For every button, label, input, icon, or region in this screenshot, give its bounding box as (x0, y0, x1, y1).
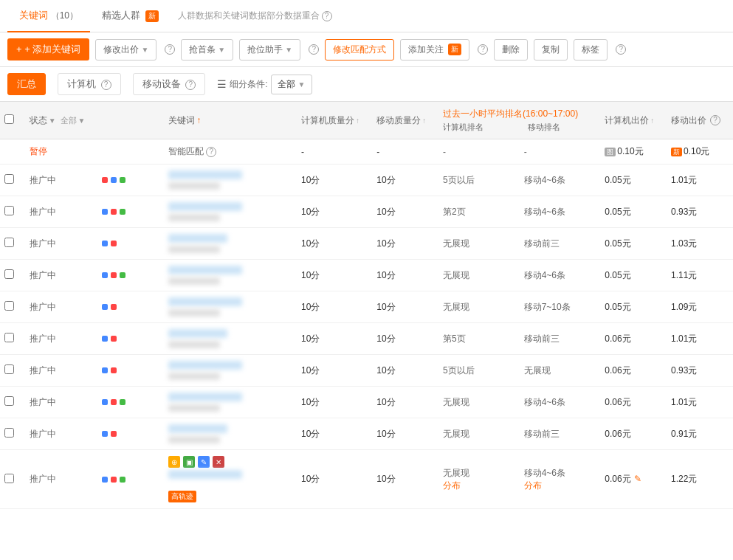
modify-bid-button[interactable]: 修改出价 ▼ (95, 39, 156, 61)
grab-helper-question-icon[interactable]: ? (309, 44, 319, 55)
mobile-bid-value: 1.03元 (671, 238, 697, 249)
mobile-rank-value: 无展现 (524, 365, 551, 376)
tag-dot (120, 272, 125, 278)
add-attention-label: 添加关注 (408, 44, 444, 56)
view-pc-button[interactable]: 计算机 ? (58, 73, 121, 95)
row-pc-score: 10分 (297, 450, 372, 509)
keyword-question-icon[interactable]: ? (206, 147, 216, 157)
row-mobile-bid: 0.91元 (667, 418, 733, 450)
modify-bid-question-icon[interactable]: ? (165, 44, 175, 55)
table-header-row: 状态 ▼ 全部 ▼ 关键词 ↑ 计算机质量分 ↑ (0, 102, 733, 139)
row-status: 推广中 (25, 228, 98, 260)
row-mobile-bid: 1.09元 (667, 291, 733, 323)
grab-helper-label: 抢位助手 (247, 44, 283, 56)
view-pc-question-icon[interactable]: ? (101, 80, 111, 90)
filter-text: 细分条件: (230, 78, 267, 91)
tabs-row: 关键词 （10） 精选人群 新 人群数据和关键词数据部分数据重合 ? (0, 0, 733, 32)
th-pc-score-label: 计算机质量分 (301, 114, 354, 127)
tag-dot (102, 209, 108, 215)
delete-button[interactable]: 删除 (494, 39, 528, 61)
table-row: 推广中10分10分无展现移动4~6条0.06元1.01元 (0, 387, 733, 418)
tag-dot (111, 336, 117, 342)
row-checkbox[interactable] (4, 301, 14, 311)
row-checkbox[interactable] (4, 269, 14, 279)
th-mobile-rank-sub: 移动排名 (528, 122, 560, 133)
th-pc-score: 计算机质量分 ↑ (297, 102, 372, 139)
tab-keywords[interactable]: 关键词 （10） (7, 0, 90, 32)
view-summary-button[interactable]: 汇总 (7, 73, 46, 95)
tag-dot (111, 272, 117, 278)
th-status-filter: 全部 (61, 115, 77, 126)
mobile-bid-value: 1.22元 (671, 474, 697, 484)
row-checkbox[interactable] (4, 206, 14, 215)
mobile-rank-value: 移动4~6条 (524, 270, 565, 280)
pc-bid-value: 0.05元 (605, 175, 630, 185)
row-checkbox[interactable] (4, 396, 14, 406)
copy-button[interactable]: 复制 (534, 39, 568, 61)
tab-audience[interactable]: 精选人群 新 (90, 0, 171, 32)
row-mobile-rank: 移动4~6条 (520, 260, 601, 291)
row-checkbox[interactable] (4, 238, 14, 247)
mobile-bid-value: 0.93元 (671, 207, 697, 217)
row-tags (97, 418, 164, 450)
th-checkbox (0, 102, 25, 139)
row-keyword (164, 418, 297, 450)
status-label: 推广中 (30, 207, 56, 217)
row-checkbox[interactable] (4, 474, 14, 483)
action-icon-1[interactable]: ⊕ (168, 456, 180, 468)
filter-chevron-icon: ▼ (298, 80, 306, 89)
tag-dot (111, 209, 117, 215)
mobile-rank-value: 移动4~6条 (524, 397, 565, 407)
pc-bid-edit-icon[interactable]: ✎ (634, 474, 641, 484)
action-icon-2[interactable]: ▣ (183, 456, 195, 468)
action-icon-del[interactable]: ✕ (213, 456, 224, 468)
view-mobile-button[interactable]: 移动设备 ? (133, 73, 206, 95)
add-attention-button[interactable]: 添加关注 新 (400, 39, 469, 61)
th-mobile-bid-question-icon[interactable]: ? (710, 115, 720, 125)
tab-keywords-label: 关键词 (19, 10, 48, 21)
row-pc-bid: 图0.10元 (600, 139, 667, 165)
row-keyword (164, 260, 297, 291)
add-keyword-button[interactable]: + 添加关键词 (7, 38, 89, 61)
row-pc-rank: 第2页 (438, 196, 520, 228)
th-status-chevron-icon[interactable]: ▼ (49, 117, 56, 125)
add-attention-badge: 新 (448, 44, 461, 55)
tab-notice: 人群数据和关键词数据部分数据重合 (178, 10, 320, 22)
action-icon-3[interactable]: ✎ (198, 456, 210, 468)
view-mobile-question-icon[interactable]: ? (185, 80, 196, 90)
row-tags (97, 260, 164, 291)
th-status-filter-chevron[interactable]: ▼ (78, 117, 86, 125)
select-all-checkbox[interactable] (4, 114, 14, 124)
status-label: 推广中 (30, 429, 56, 439)
status-label: 推广中 (30, 302, 56, 312)
tag-button[interactable]: 标签 (574, 39, 608, 61)
row-checkbox[interactable] (4, 333, 14, 342)
mobile-rank-value: 移动7~10条 (524, 302, 571, 312)
filter-select[interactable]: 全部 ▼ (271, 75, 312, 94)
row-checkbox[interactable] (4, 364, 14, 374)
modify-match-button[interactable]: 修改匹配方式 (325, 39, 394, 61)
tab-notice-question-icon[interactable]: ? (322, 11, 332, 21)
keyword-blur-bar-2 (168, 277, 220, 285)
row-pc-bid: 0.06元 (600, 323, 667, 355)
modify-bid-chevron-icon: ▼ (141, 46, 148, 54)
th-keyword-sort-icon[interactable]: ↑ (196, 115, 201, 125)
add-attention-question-icon[interactable]: ? (478, 44, 488, 55)
tag-question-icon[interactable]: ? (616, 44, 626, 55)
th-pc-bid-sort-icon[interactable]: ↑ (650, 117, 654, 125)
status-label: 推广中 (30, 175, 56, 185)
row-checkbox[interactable] (4, 174, 14, 184)
tab-audience-badge: 新 (145, 10, 159, 22)
keyword-blur-bar (168, 393, 242, 401)
keyword-blur-bar (168, 424, 227, 433)
row-checkbox[interactable] (4, 428, 14, 438)
grab-helper-button[interactable]: 抢位助手 ▼ (239, 39, 300, 61)
grab-top-button[interactable]: 抢首条 ▼ (181, 39, 233, 61)
mobile-rank-value: 移动4~6条 (524, 175, 565, 185)
tag-dot (111, 367, 117, 373)
th-pc-score-sort-icon[interactable]: ↑ (356, 117, 359, 125)
top-tabs-container: 关键词 （10） 精选人群 新 人群数据和关键词数据部分数据重合 ? (0, 0, 733, 32)
mobile-rank-value: 移动4~6条 (524, 207, 565, 217)
row-pc-rank: 无展现 (438, 260, 520, 291)
th-mobile-score-sort-icon[interactable]: ↑ (422, 117, 426, 125)
